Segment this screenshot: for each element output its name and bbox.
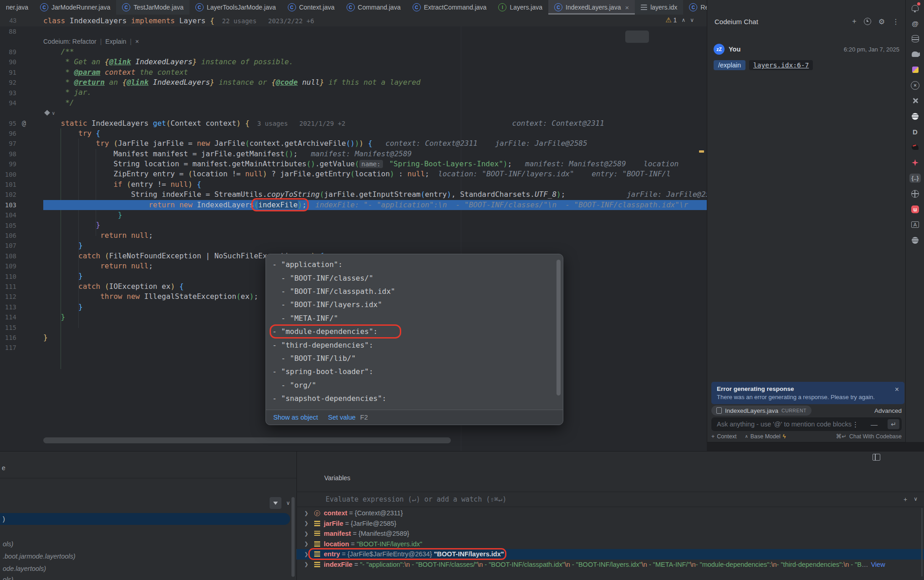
evaluate-expression-row[interactable]: + ∨ [296,492,924,507]
variables-tab-label[interactable]: Variables [324,474,350,482]
panel-more-icon[interactable]: ⋮ [852,421,859,429]
globe-icon[interactable] [906,186,924,201]
expand-chevron-icon[interactable]: ❯ [304,531,311,537]
expand-chevron-icon[interactable]: ❯ [304,520,311,526]
stack-frame-item[interactable]: ols) [3,576,13,580]
tab-LayerToolsJarMode.java[interactable]: CLayerToolsJarMode.java [189,0,282,15]
error-stripe-warning-mark[interactable] [699,150,704,153]
view-link[interactable]: View [871,561,885,568]
popup-row[interactable]: - "META-INF/" [266,312,563,325]
stack-frame-item[interactable]: .boot.jarmode.layertools) [3,553,76,560]
expand-chevron-icon[interactable]: ❯ [304,510,311,516]
variables-scrollbar[interactable] [921,508,923,576]
add-context-button[interactable]: + Context [711,433,736,440]
popup-row[interactable]: - "BOOT-INF/layers.idx" [266,298,563,311]
popup-row[interactable]: - "third-dependencies": [266,338,563,351]
variable-row-context[interactable]: ❯pcontext = {Context@2311} [296,508,924,518]
error-close-icon[interactable]: × [895,385,899,394]
variable-value: {Manifest@2589} [358,530,409,537]
code-braces-icon[interactable]: {..} [906,170,924,186]
package-plugin-icon[interactable] [906,62,924,77]
chat-with-codebase-button[interactable]: ⌘↵ Chat With Codebase [836,433,902,440]
code-line-102: 102 String indexFile = StreamUtils.copyT… [0,190,707,200]
variable-row-entry[interactable]: ❯entry = {JarFile$JarFileEntry@2634} "BO… [296,549,924,559]
chevron-down-icon[interactable]: ∨ [52,110,55,116]
circle-x-icon[interactable]: × [906,77,924,93]
set-value-link[interactable]: Set value [328,414,355,421]
tab-TestJarMode.java[interactable]: CTestJarMode.java [116,0,189,15]
frames-chevron-icon[interactable]: ∨ [286,500,290,506]
line-number: 91 [0,69,16,76]
code-reference-pill[interactable]: layers.idx:6-7 [749,60,813,70]
variable-row-jarFile[interactable]: ❯jarFile = {JarFile@2585} [296,518,924,529]
codeium-refactor-link[interactable]: Codeium: Refactor [43,36,97,46]
frames-scrollbar[interactable] [291,497,295,577]
bell-icon[interactable] [906,0,924,15]
pink-spark-icon[interactable] [906,155,924,170]
codeium-dismiss-icon[interactable]: × [135,36,139,46]
popup-row[interactable]: - "BOOT-INF/classpath.idx" [266,285,563,298]
codeium-floating-widget[interactable] [625,31,649,43]
bird-icon[interactable] [906,139,924,155]
tab-Context.java[interactable]: CContext.java [282,0,341,15]
chat-settings-gear-icon[interactable]: ⚙ [878,17,885,26]
tab-JarModeRunner.java[interactable]: CJarModeRunner.java [34,0,116,15]
layout-grid-icon[interactable] [873,454,880,461]
variable-row-indexFile[interactable]: ❯indexFile = "- "application":\n - "BOOT… [296,559,924,570]
warning-icon[interactable]: ⚠ [665,16,671,24]
editor-horizontal-scrollbar[interactable] [43,437,451,443]
model-selector[interactable]: ∧ Base Model ϟ [745,433,786,440]
expand-chevron-icon[interactable]: ❯ [304,551,311,557]
panel-minimize-icon[interactable]: — [871,421,878,429]
letter-d-icon[interactable]: D [906,124,924,139]
add-watch-plus-icon[interactable]: + [904,496,907,503]
striped-sphere-icon[interactable] [906,108,924,124]
database-icon[interactable] [906,31,924,46]
chat-history-icon[interactable] [864,18,871,25]
context-file-chip[interactable]: IndexedLayers.java CURRENT [711,405,812,416]
send-enter-icon[interactable]: ↵ [888,419,899,429]
tab-close-icon[interactable]: × [625,4,629,11]
stack-frame-item[interactable]: ols) [3,540,13,548]
codeium-explain-link[interactable]: Explain [105,36,126,46]
popup-row[interactable]: - "snapshot-dependencies": [266,392,563,405]
pinwheel-icon[interactable] [906,93,924,108]
codeium-refactor-explain-inlay[interactable]: Codeium: Refactor|Explain|× [43,36,707,46]
expand-chevron-icon[interactable]: ❯ [304,561,311,567]
gradle-elephant-icon[interactable] [906,46,924,62]
tab-IndexedLayers.java[interactable]: CIndexedLayers.java× [548,0,635,15]
selected-stack-frame[interactable]: ) [0,513,290,525]
variable-row-location[interactable]: ❯location = "BOOT-INF/layers.idx" [296,539,924,549]
tab-ner.java[interactable]: ner.java [0,0,34,15]
expand-chevron-icon[interactable]: ❯ [304,541,311,547]
variable-row-manifest[interactable]: ❯manifest = {Manifest@2589} [296,529,924,539]
next-warning-chevron-icon[interactable]: ∨ [690,17,694,23]
code-editor[interactable]: 88Codeium: Refactor|Explain|×89 /**90 * … [0,26,707,451]
popup-row[interactable]: - "module-dependencies": [266,325,563,338]
popup-row[interactable]: - "application": [266,258,563,271]
tab-ExtractCommand.java[interactable]: CExtractCommand.java [407,0,493,15]
show-as-object-link[interactable]: Show as object [273,414,318,421]
explain-command-pill[interactable]: /explain [714,60,745,70]
tab-Command.java[interactable]: CCommand.java [341,0,407,15]
popup-row[interactable]: - "org/" [266,379,563,392]
ai-sparkle-icon[interactable] [44,110,50,116]
watch-chevron-icon[interactable]: ∨ [914,496,918,503]
dictionary-icon[interactable]: A [906,217,924,232]
popup-row[interactable]: - "spring-boot-loader": [266,365,563,378]
prev-warning-chevron-icon[interactable]: ∧ [681,17,685,23]
advanced-link[interactable]: Advanced [874,407,902,414]
popup-row[interactable]: - "BOOT-INF/lib/" [266,352,563,365]
evaluate-expression-input[interactable] [325,495,904,504]
stack-frame-item[interactable]: ode.layertools) [3,565,46,572]
tab-layers.idx[interactable]: layers.idx [635,0,683,15]
new-chat-plus-icon[interactable]: + [852,17,856,26]
gray-sphere-icon[interactable] [906,232,924,248]
tab-Layers.java[interactable]: ILayers.java [492,0,548,15]
popup-scrollbar[interactable] [556,260,561,395]
at-spiral-icon[interactable]: @ [906,15,924,31]
popup-row[interactable]: - "BOOT-INF/classes/" [266,271,563,284]
red-u-plugin-icon[interactable]: u [906,201,924,217]
chat-more-menu-icon[interactable]: ⋮ [892,17,899,26]
filter-funnel-icon[interactable] [270,497,281,509]
